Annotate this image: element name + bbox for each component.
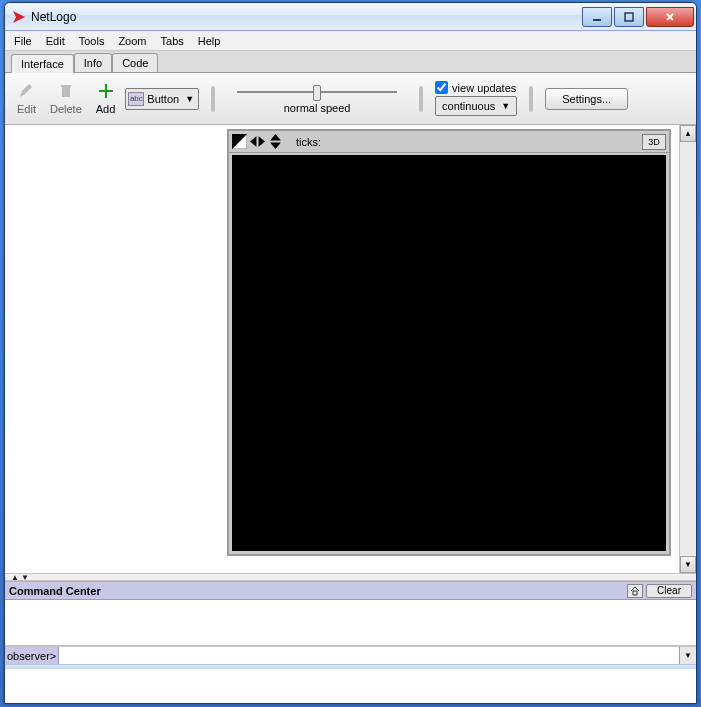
- scroll-up-button[interactable]: ▲: [680, 125, 696, 142]
- svg-marker-7: [250, 136, 256, 147]
- clear-button[interactable]: Clear: [646, 584, 692, 598]
- plus-icon: [97, 82, 115, 102]
- command-center-title: Command Center: [9, 585, 101, 597]
- edit-label: Edit: [17, 103, 36, 115]
- close-button[interactable]: [646, 7, 694, 27]
- tab-info[interactable]: Info: [74, 53, 112, 72]
- widget-type-label: Button: [147, 93, 179, 105]
- history-button[interactable]: ▼: [679, 647, 696, 664]
- svg-rect-1: [593, 19, 601, 21]
- delete-button[interactable]: Delete: [46, 80, 86, 117]
- app-window: NetLogo File Edit Tools Zoom Tabs Help I…: [4, 2, 697, 704]
- minimize-button[interactable]: [582, 7, 612, 27]
- splitter[interactable]: ▲ ▼: [5, 573, 696, 581]
- view-updates-group: view updates continuous ▼: [435, 81, 517, 116]
- pencil-icon: [17, 82, 35, 102]
- app-logo-icon: [11, 9, 27, 25]
- tab-code[interactable]: Code: [112, 53, 158, 72]
- svg-marker-8: [259, 136, 265, 147]
- vertical-arrows-icon[interactable]: [268, 134, 283, 149]
- expand-button[interactable]: [627, 584, 643, 598]
- menubar: File Edit Tools Zoom Tabs Help: [5, 31, 696, 51]
- command-input[interactable]: [59, 647, 679, 664]
- menu-tabs[interactable]: Tabs: [154, 33, 191, 49]
- chevron-down-icon: ▼: [21, 573, 29, 582]
- widget-type-selector[interactable]: abc Button ▼: [125, 88, 199, 110]
- menu-help[interactable]: Help: [191, 33, 228, 49]
- settings-button[interactable]: Settings...: [545, 88, 628, 110]
- menu-tools[interactable]: Tools: [72, 33, 112, 49]
- world-panel: ticks: 3D: [227, 129, 671, 556]
- svg-rect-4: [61, 85, 71, 87]
- maximize-button[interactable]: [614, 7, 644, 27]
- separator: [529, 86, 533, 112]
- view-updates-checkbox[interactable]: [435, 81, 448, 94]
- menu-edit[interactable]: Edit: [39, 33, 72, 49]
- world-view[interactable]: [232, 155, 666, 551]
- workspace-canvas[interactable]: ticks: 3D: [5, 125, 679, 573]
- toolbar: Edit Delete Add abc Button ▼ normal spee…: [5, 73, 696, 125]
- scroll-track[interactable]: [680, 142, 696, 556]
- horizontal-arrows-icon[interactable]: [250, 134, 265, 149]
- separator: [419, 86, 423, 112]
- add-button[interactable]: Add: [92, 80, 120, 117]
- view-updates-label: view updates: [452, 82, 516, 94]
- command-center-header: Command Center Clear: [5, 582, 696, 600]
- half-tone-icon[interactable]: [232, 134, 247, 149]
- vertical-scrollbar[interactable]: ▲ ▼: [679, 125, 696, 573]
- svg-marker-9: [270, 134, 281, 140]
- button-swatch-icon: abc: [128, 92, 144, 106]
- command-input-row: observer> ▼: [5, 646, 696, 664]
- svg-marker-10: [270, 143, 281, 149]
- update-mode-label: continuous: [442, 100, 495, 112]
- world-header: ticks: 3D: [229, 131, 669, 153]
- delete-label: Delete: [50, 103, 82, 115]
- tabstrip: Interface Info Code: [5, 51, 696, 73]
- statusbar: [5, 664, 696, 669]
- workspace: ticks: 3D ▲ ▼: [5, 125, 696, 573]
- update-mode-selector[interactable]: continuous ▼: [435, 96, 517, 116]
- window-title: NetLogo: [31, 10, 582, 24]
- 3d-view-button[interactable]: 3D: [642, 134, 666, 150]
- scroll-down-button[interactable]: ▼: [680, 556, 696, 573]
- titlebar: NetLogo: [5, 3, 696, 31]
- command-output[interactable]: [5, 600, 696, 646]
- speed-label: normal speed: [284, 102, 351, 114]
- agent-selector[interactable]: observer>: [5, 647, 59, 664]
- chevron-up-icon: ▲: [11, 573, 19, 582]
- chevron-down-icon: ▼: [185, 94, 194, 104]
- speed-slider[interactable]: [237, 83, 397, 101]
- menu-file[interactable]: File: [7, 33, 39, 49]
- edit-button[interactable]: Edit: [13, 80, 40, 117]
- svg-rect-3: [62, 87, 70, 97]
- speed-control: normal speed: [227, 83, 407, 114]
- svg-marker-0: [13, 11, 25, 23]
- menu-zoom[interactable]: Zoom: [111, 33, 153, 49]
- separator: [211, 86, 215, 112]
- ticks-label: ticks:: [296, 136, 321, 148]
- command-center: Command Center Clear observer> ▼: [5, 581, 696, 664]
- chevron-down-icon: ▼: [501, 101, 510, 111]
- trash-icon: [57, 82, 75, 102]
- svg-rect-2: [625, 13, 633, 21]
- add-label: Add: [96, 103, 116, 115]
- tab-interface[interactable]: Interface: [11, 54, 74, 73]
